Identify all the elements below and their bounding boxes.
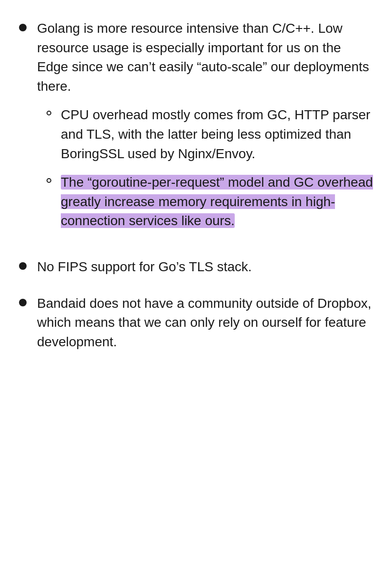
bullet-icon-2 <box>19 262 27 270</box>
sub-bullet-icon-2 <box>47 178 51 183</box>
list-item-content: Golang is more resource intensive than C… <box>37 19 373 240</box>
list-item-text-3: Bandaid does not have a community outsid… <box>37 294 373 352</box>
sub-list-item-content: CPU overhead mostly comes from GC, HTTP … <box>61 105 373 163</box>
sub-list-item-goroutine: The “goroutine-per-request” model and GC… <box>47 173 373 231</box>
sub-list-item-content-2: The “goroutine-per-request” model and GC… <box>61 173 373 231</box>
list-item-content-3: Bandaid does not have a community outsid… <box>37 294 373 352</box>
sub-list: CPU overhead mostly comes from GC, HTTP … <box>47 105 373 231</box>
list-item-fips: No FIPS support for Go’s TLS stack. <box>19 257 373 277</box>
sub-bullet-icon <box>47 111 51 115</box>
bullet-icon-3 <box>19 299 27 306</box>
list-item-text: Golang is more resource intensive than C… <box>37 19 373 96</box>
highlight-text: The “goroutine-per-request” model and GC… <box>61 175 373 228</box>
bullet-icon <box>19 24 27 31</box>
list-item-bandaid: Bandaid does not have a community outsid… <box>19 294 373 352</box>
sub-list-item-text: CPU overhead mostly comes from GC, HTTP … <box>61 105 373 163</box>
main-list: Golang is more resource intensive than C… <box>19 19 373 352</box>
list-item-text-2: No FIPS support for Go’s TLS stack. <box>37 257 373 277</box>
list-item-content-2: No FIPS support for Go’s TLS stack. <box>37 257 373 277</box>
list-item-golang: Golang is more resource intensive than C… <box>19 19 373 240</box>
sub-list-item-cpu: CPU overhead mostly comes from GC, HTTP … <box>47 105 373 163</box>
sub-list-item-text-highlighted: The “goroutine-per-request” model and GC… <box>61 173 373 231</box>
